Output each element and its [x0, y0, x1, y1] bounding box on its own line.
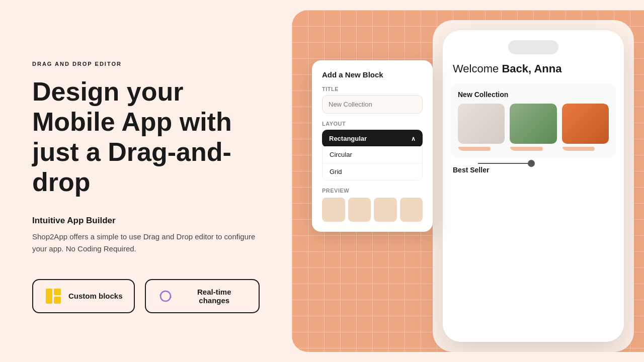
layout-option-grid[interactable]: Grid — [323, 163, 422, 180]
feature-buttons: Custom blocks Real-time changes — [32, 279, 260, 313]
realtime-label: Real-time changes — [181, 288, 248, 305]
custom-blocks-icon — [44, 287, 62, 305]
layout-option-circular[interactable]: Circular — [323, 146, 422, 163]
collection-item-2 — [510, 104, 556, 151]
custom-blocks-label: Custom blocks — [68, 292, 123, 300]
layout-dropdown[interactable]: Rectangular — [322, 130, 423, 147]
chevron-up-icon — [411, 135, 416, 142]
popup-dialog: Add a New Block Title Layout Rectangular… — [312, 60, 433, 232]
svg-marker-1 — [170, 296, 172, 298]
welcome-text: Welcome Back, Anna — [451, 62, 616, 75]
left-panel: DRAG AND DROP EDITOR Design your Mobile … — [0, 0, 292, 362]
realtime-icon — [157, 287, 175, 305]
layout-options-list: Circular Grid — [322, 146, 423, 180]
item-bar-1 — [458, 147, 491, 151]
preview-box-1 — [322, 198, 345, 222]
preview-box-3 — [374, 198, 397, 222]
collection-title: New Collection — [458, 90, 609, 99]
collection-items — [458, 104, 609, 151]
layout-selected-value: Rectangular — [329, 135, 367, 142]
realtime-changes-button[interactable]: Real-time changes — [145, 279, 260, 313]
product-image-3 — [562, 104, 609, 144]
custom-blocks-button[interactable]: Custom blocks — [32, 279, 135, 313]
phone-mockup: Welcome Back, Anna New Collection — [443, 30, 624, 342]
item-bar-3 — [562, 147, 595, 151]
grid-icon — [46, 289, 61, 304]
phone-notch — [508, 40, 558, 54]
drag-label: DRAG AND DROP EDITOR — [32, 61, 260, 67]
right-panel: Welcome Back, Anna New Collection — [292, 10, 644, 352]
main-heading: Design your Mobile App with just a Drag-… — [32, 77, 260, 197]
collection-item-3 — [562, 104, 609, 151]
svg-marker-0 — [159, 295, 162, 297]
phone-topbar — [451, 40, 616, 54]
product-image-2 — [510, 104, 556, 144]
title-input[interactable] — [322, 95, 423, 114]
title-field-label: Title — [322, 86, 423, 92]
preview-box-2 — [348, 198, 371, 222]
preview-label: Preview — [322, 188, 423, 194]
layout-field-label: Layout — [322, 121, 423, 127]
preview-box-4 — [400, 198, 423, 222]
item-bar-2 — [510, 147, 542, 151]
refresh-icon — [157, 288, 174, 304]
collection-item-1 — [458, 104, 505, 151]
product-image-1 — [458, 104, 505, 144]
preview-items — [322, 198, 423, 222]
svg-point-3 — [528, 160, 535, 167]
sub-heading: Intuitive App Builder — [32, 216, 260, 226]
sub-description: Shop2App offers a simple to use Drag and… — [32, 231, 260, 255]
connector-line — [478, 156, 538, 171]
collection-section: New Collection — [451, 83, 616, 158]
popup-title: Add a New Block — [322, 70, 423, 79]
